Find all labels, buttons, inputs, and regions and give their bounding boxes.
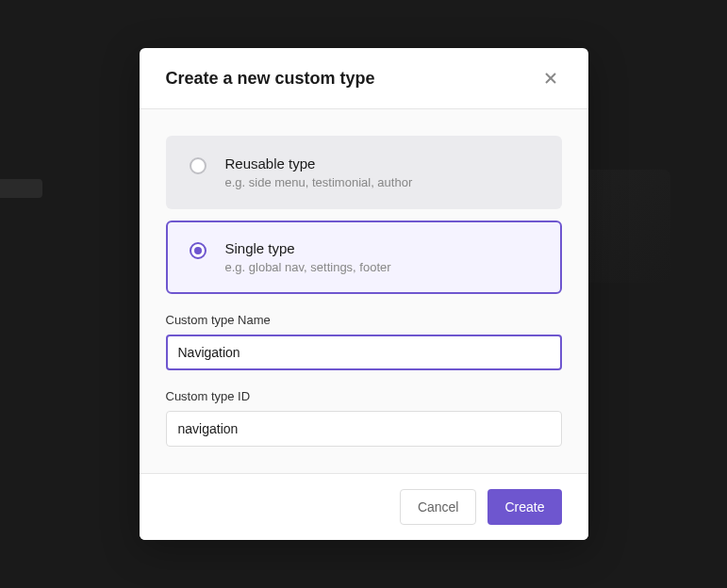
modal-footer: Cancel Create [140, 473, 588, 540]
modal-header: Create a new custom type [140, 48, 588, 109]
form-group-id: Custom type ID [166, 389, 562, 447]
type-content: Single type e.g. global nav, settings, f… [225, 240, 538, 274]
radio-single[interactable] [190, 242, 207, 259]
type-title-single: Single type [225, 240, 538, 256]
radio-dot-icon [194, 247, 202, 254]
name-input[interactable] [166, 335, 562, 370]
create-custom-type-modal: Create a new custom type Reusable type e… [140, 48, 588, 540]
modal-title: Create a new custom type [166, 69, 375, 89]
modal-body: Reusable type e.g. side menu, testimonia… [140, 109, 588, 473]
type-option-reusable[interactable]: Reusable type e.g. side menu, testimonia… [166, 136, 562, 209]
type-title-reusable: Reusable type [225, 155, 538, 172]
create-button[interactable]: Create [487, 489, 561, 525]
cancel-button[interactable]: Cancel [400, 489, 477, 525]
backdrop-sidebar-item [0, 179, 42, 198]
type-description-single: e.g. global nav, settings, footer [225, 260, 538, 274]
close-icon [543, 71, 558, 86]
form-group-name: Custom type Name [166, 313, 562, 370]
type-content: Reusable type e.g. side menu, testimonia… [225, 155, 538, 189]
type-option-single[interactable]: Single type e.g. global nav, settings, f… [166, 220, 562, 294]
id-input[interactable] [166, 411, 562, 447]
radio-reusable[interactable] [190, 157, 207, 174]
id-label: Custom type ID [166, 389, 562, 403]
type-description-reusable: e.g. side menu, testimonial, author [225, 175, 538, 189]
close-button[interactable] [539, 67, 562, 90]
name-label: Custom type Name [166, 313, 562, 327]
